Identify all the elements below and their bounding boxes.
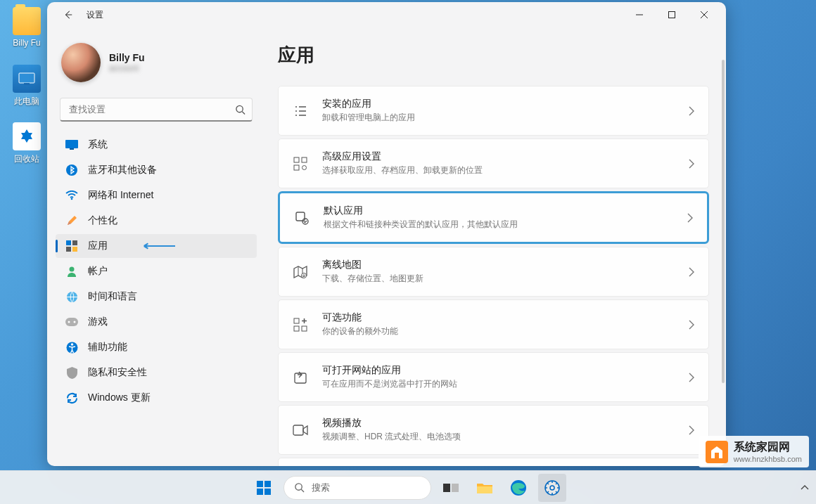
svg-rect-30 bbox=[293, 425, 303, 435]
sidebar-item-system[interactable]: 系统 bbox=[56, 133, 257, 157]
taskbar-search[interactable]: 搜索 bbox=[283, 476, 431, 500]
svg-rect-36 bbox=[264, 489, 271, 495]
chevron-right-icon bbox=[689, 373, 694, 382]
search-icon bbox=[294, 482, 305, 493]
sidebar-item-personalization[interactable]: 个性化 bbox=[56, 209, 257, 233]
desktop-icon-this-pc[interactable]: 此电脑 bbox=[6, 65, 48, 108]
profile-sub: account bbox=[109, 63, 145, 73]
card-title: 可选功能 bbox=[322, 311, 675, 324]
card-startup[interactable]: 启动 bbox=[278, 458, 709, 466]
bluetooth-icon bbox=[65, 164, 78, 176]
svg-rect-32 bbox=[715, 453, 719, 458]
taskbar-file-explorer[interactable] bbox=[471, 474, 499, 502]
display-icon bbox=[65, 138, 78, 151]
shield-icon bbox=[65, 366, 78, 379]
sidebar-item-gaming[interactable]: 游戏 bbox=[56, 310, 257, 334]
card-sub: 下载、存储位置、地图更新 bbox=[322, 273, 675, 285]
card-sub: 你的设备的额外功能 bbox=[322, 325, 675, 337]
sidebar-item-label: 系统 bbox=[88, 138, 108, 151]
window-title: 设置 bbox=[87, 9, 103, 21]
svg-rect-0 bbox=[19, 73, 34, 83]
watermark-url: www.hnzkhbsb.com bbox=[734, 455, 802, 463]
card-installed-apps[interactable]: 安装的应用 卸载和管理电脑上的应用 bbox=[278, 86, 709, 136]
sidebar-item-apps[interactable]: 应用 bbox=[56, 234, 257, 258]
card-advanced-app-settings[interactable]: 高级应用设置 选择获取应用、存档应用、卸载更新的位置 bbox=[278, 138, 709, 188]
desktop-icon-recycle-bin[interactable]: 回收站 bbox=[6, 122, 48, 165]
card-apps-for-websites[interactable]: 可打开网站的应用 可在应用而不是浏览器中打开的网站 bbox=[278, 352, 709, 402]
taskbar-settings[interactable] bbox=[538, 474, 566, 502]
sidebar-item-windows-update[interactable]: Windows 更新 bbox=[56, 386, 257, 410]
chevron-right-icon bbox=[689, 425, 694, 435]
apps-icon bbox=[65, 240, 78, 252]
search-input[interactable] bbox=[60, 98, 253, 122]
svg-rect-11 bbox=[72, 247, 77, 252]
profile-name: Billy Fu bbox=[109, 52, 145, 63]
svg-rect-4 bbox=[65, 140, 78, 148]
profile-block[interactable]: Billy Fu account bbox=[56, 39, 257, 86]
open-web-icon bbox=[293, 370, 308, 385]
avatar bbox=[61, 43, 101, 82]
list-icon bbox=[293, 103, 308, 119]
taskbar-edge[interactable] bbox=[504, 474, 533, 502]
card-title: 高级应用设置 bbox=[322, 150, 675, 163]
close-button[interactable] bbox=[688, 4, 720, 26]
card-title: 视频播放 bbox=[322, 417, 675, 429]
sidebar-item-label: 隐私和安全性 bbox=[88, 366, 147, 379]
svg-rect-34 bbox=[264, 481, 271, 487]
sidebar-item-bluetooth[interactable]: 蓝牙和其他设备 bbox=[56, 158, 257, 182]
watermark: 系统家园网 www.hnzkhbsb.com bbox=[699, 436, 809, 467]
update-icon bbox=[65, 392, 78, 404]
title-bar: 设置 bbox=[47, 2, 726, 27]
desktop-icon-user-folder[interactable]: Billy Fu bbox=[6, 7, 48, 48]
wifi-icon bbox=[65, 189, 78, 202]
sidebar-item-privacy[interactable]: 隐私和安全性 bbox=[56, 361, 257, 385]
svg-rect-40 bbox=[477, 486, 492, 493]
minimize-button[interactable] bbox=[623, 4, 656, 26]
card-title: 默认应用 bbox=[324, 205, 673, 217]
card-sub: 视频调整、HDR 流式处理、电池选项 bbox=[322, 431, 675, 443]
brush-icon bbox=[65, 214, 78, 227]
taskbar-system-tray[interactable] bbox=[801, 470, 809, 504]
watermark-logo-icon bbox=[706, 441, 728, 463]
card-title: 安装的应用 bbox=[322, 98, 675, 110]
scrollbar[interactable] bbox=[722, 60, 725, 453]
desktop-icon-label: 回收站 bbox=[6, 153, 48, 165]
svg-point-3 bbox=[236, 105, 243, 112]
taskbar-search-placeholder: 搜索 bbox=[312, 482, 330, 494]
taskbar-task-view[interactable] bbox=[437, 474, 465, 502]
sidebar-item-time-language[interactable]: 时间和语言 bbox=[56, 285, 257, 309]
start-button[interactable] bbox=[250, 474, 278, 502]
card-sub: 可在应用而不是浏览器中打开的网站 bbox=[322, 378, 675, 390]
chevron-right-icon bbox=[689, 267, 694, 277]
card-video-playback[interactable]: 视频播放 视频调整、HDR 流式处理、电池选项 bbox=[278, 405, 709, 455]
sidebar-item-label: 时间和语言 bbox=[88, 290, 137, 303]
desktop-icon-label: Billy Fu bbox=[6, 38, 48, 48]
desktop-icon-label: 此电脑 bbox=[6, 96, 48, 108]
settings-window: 设置 Billy Fu account bbox=[47, 2, 726, 466]
globe-icon bbox=[65, 290, 78, 303]
sidebar-item-accessibility[interactable]: 辅助功能 bbox=[56, 335, 257, 359]
grid-gear-icon bbox=[293, 156, 308, 172]
search-icon bbox=[235, 105, 246, 115]
sidebar-item-network[interactable]: 网络和 Internet bbox=[56, 183, 257, 207]
page-title: 应用 bbox=[278, 43, 709, 67]
svg-rect-33 bbox=[257, 481, 263, 487]
card-optional-features[interactable]: 可选功能 你的设备的额外功能 bbox=[278, 299, 709, 349]
sidebar-item-label: Windows 更新 bbox=[88, 392, 151, 404]
default-app-icon bbox=[294, 210, 310, 226]
card-offline-maps[interactable]: 离线地图 下载、存储位置、地图更新 bbox=[278, 247, 709, 297]
svg-rect-27 bbox=[302, 326, 307, 331]
folder-icon bbox=[13, 7, 41, 35]
card-sub: 选择获取应用、存档应用、卸载更新的位置 bbox=[322, 164, 675, 176]
sidebar-item-accounts[interactable]: 帐户 bbox=[56, 259, 257, 283]
svg-rect-9 bbox=[72, 240, 77, 245]
pc-icon bbox=[13, 65, 41, 93]
sidebar-item-label: 蓝牙和其他设备 bbox=[88, 164, 157, 176]
map-icon bbox=[293, 264, 308, 280]
maximize-button[interactable] bbox=[656, 4, 688, 26]
card-default-apps[interactable]: 默认应用 根据文件和链接种类设置的默认应用，其他默认应用 bbox=[278, 191, 709, 244]
svg-rect-28 bbox=[294, 326, 299, 331]
back-button[interactable] bbox=[58, 5, 78, 25]
svg-point-16 bbox=[74, 321, 76, 323]
card-sub: 卸载和管理电脑上的应用 bbox=[322, 112, 675, 124]
